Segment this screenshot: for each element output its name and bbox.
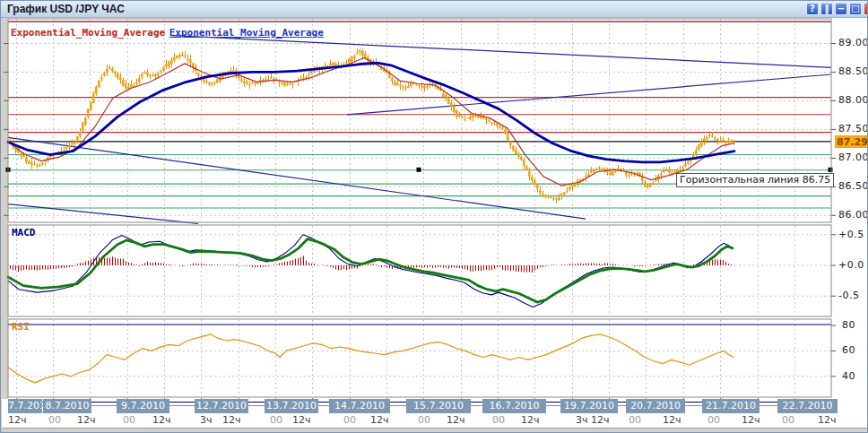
time-tick-label: 12ч — [521, 414, 540, 426]
price-tick-label: 87.50 — [838, 123, 868, 134]
time-tick-label: 00 — [343, 414, 356, 426]
price-tick-label: 87.00 — [838, 152, 868, 163]
date-tick-box: 7.7.2010 — [8, 399, 42, 413]
time-tick-label: 00 — [707, 414, 720, 426]
time-tick-label: 12ч — [152, 414, 171, 426]
price-tick-label: 86.00 — [838, 209, 868, 221]
time-tick-label: 12ч — [292, 414, 311, 426]
hline-handle-right[interactable] — [829, 168, 833, 172]
date-tick-box: 8.7.2010 — [43, 399, 91, 413]
chart-canvas[interactable] — [1, 1, 868, 433]
indicator-legend: Exponential_Moving_Average Exponential_M… — [11, 23, 324, 39]
hline-handle-center[interactable] — [417, 168, 421, 172]
minimize-button[interactable]: − — [835, 3, 847, 15]
rsi-panel-label[interactable]: RSI — [12, 321, 30, 333]
ema-red-label[interactable]: Exponential_Moving_Average — [11, 27, 165, 39]
time-tick-label: 12ч — [447, 414, 465, 426]
date-tick-box: 13.7.2010 — [265, 399, 318, 413]
hline-tooltip: Горизонтальная линия 86.75 — [676, 173, 834, 187]
date-tick-box: 21.7.2010 — [702, 399, 760, 413]
date-tick-box: 22.7.2010 — [777, 399, 838, 413]
time-tick-label: 12ч — [370, 414, 389, 426]
date-tick-box: 16.7.2010 — [482, 399, 546, 413]
ema-blue-label[interactable]: Exponential_Moving_Average — [169, 27, 324, 39]
time-tick-label: 12ч — [742, 414, 760, 426]
time-tick-label: 00 — [48, 414, 61, 426]
macd-tick-label: +0.0 — [838, 259, 864, 271]
time-tick-label: 00 — [629, 414, 641, 426]
date-tick-box: 19.7.2010 — [560, 399, 618, 413]
time-tick-label: 12ч — [591, 414, 610, 426]
price-tick-label: 88.50 — [838, 65, 868, 77]
time-tick-label: 3ч — [576, 414, 588, 426]
date-tick-box: 15.7.2010 — [406, 399, 471, 413]
last-price-tag: 87.29 — [835, 135, 867, 148]
macd-tick-label: -0.5 — [838, 290, 859, 301]
time-tick-label: 00 — [782, 414, 794, 426]
help-button[interactable]: ? — [806, 3, 819, 15]
window-title: График USD /JPY ЧАС — [7, 3, 125, 15]
time-tick-label: 00 — [418, 414, 430, 426]
time-tick-label: 12ч — [8, 414, 27, 426]
date-tick-box: 12.7.2010 — [195, 399, 248, 413]
time-tick-label: 3ч — [200, 414, 213, 426]
price-tick-label: 88.00 — [838, 94, 868, 106]
time-tick-label: 00 — [123, 414, 135, 426]
date-tick-box: 14.7.2010 — [329, 399, 390, 413]
date-tick-box: 9.7.2010 — [117, 399, 169, 413]
title-bar[interactable]: График USD /JPY ЧАС ?‖−□✕ — [1, 1, 868, 18]
time-tick-label: 00 — [270, 414, 282, 426]
pause-button[interactable]: ‖ — [820, 3, 833, 15]
macd-tick-label: +0.5 — [838, 229, 864, 240]
time-tick-label: 00 — [492, 414, 505, 426]
window-buttons: ?‖−□✕ — [806, 3, 868, 16]
time-tick-label: 12ч — [663, 414, 681, 426]
time-tick-label: 12ч — [77, 414, 96, 426]
close-button[interactable]: ✕ — [864, 3, 868, 15]
date-tick-box: 20.7.2010 — [626, 399, 685, 413]
time-tick-label: 12ч — [818, 414, 837, 426]
rsi-tick-label: 60 — [842, 344, 855, 356]
macd-panel-label[interactable]: MACD — [12, 227, 36, 238]
rsi-tick-label: 80 — [842, 319, 855, 331]
chart-window: График USD /JPY ЧАС ?‖−□✕ Exponential_Mo… — [0, 0, 868, 433]
price-tick-label: 86.50 — [838, 180, 868, 192]
time-tick-label: 12ч — [222, 414, 241, 426]
rsi-tick-label: 40 — [842, 370, 855, 382]
price-tick-label: 89.00 — [838, 37, 868, 48]
maximize-button[interactable]: □ — [849, 3, 862, 15]
